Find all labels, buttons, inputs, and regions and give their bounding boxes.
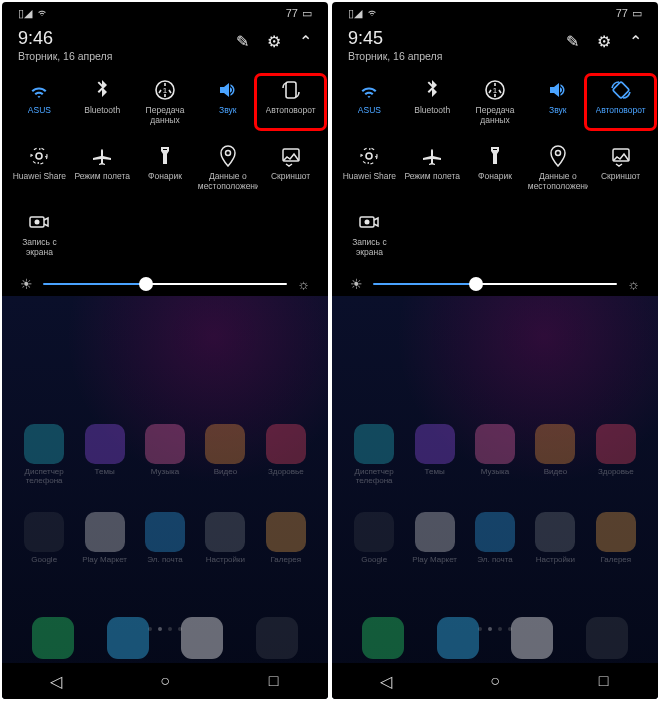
qs-tile-record[interactable]: Запись с экрана (338, 210, 401, 258)
app-icon[interactable]: Настройки (195, 512, 255, 565)
bluetooth-icon (420, 78, 444, 102)
app-icon[interactable]: Play Маркет (404, 512, 464, 565)
qs-tile-flashlight[interactable]: Фонарик (464, 144, 527, 192)
app-icon[interactable]: Google (344, 512, 404, 565)
app-icon[interactable]: Галерея (256, 512, 316, 565)
app-icon[interactable]: Диспетчер телефона (14, 424, 74, 486)
sound-icon (216, 78, 240, 102)
qs-tile-autorotate-on[interactable]: Автоповорот (589, 78, 652, 126)
app-glyph (354, 424, 394, 464)
app-glyph (415, 512, 455, 552)
qs-tile-location[interactable]: Данные о местоположении (196, 144, 259, 192)
qs-tile-label: Запись с экрана (339, 238, 399, 258)
app-icon[interactable]: Эл. почта (135, 512, 195, 565)
qs-tile-flashlight[interactable]: Фонарик (134, 144, 197, 192)
dock-camera[interactable] (256, 617, 298, 659)
app-icon[interactable]: Здоровье (256, 424, 316, 486)
qs-tile-data[interactable]: 1Передача данных (464, 78, 527, 126)
time-block: 9:45Вторник, 16 апреля (348, 28, 442, 62)
app-icon[interactable]: Эл. почта (465, 512, 525, 565)
app-icon[interactable]: Видео (195, 424, 255, 486)
qs-tile-label: ASUS (28, 106, 51, 126)
app-icon[interactable]: Галерея (586, 512, 646, 565)
app-glyph (535, 512, 575, 552)
dock-phone[interactable] (32, 617, 74, 659)
qs-tile-wifi[interactable]: ASUS (338, 78, 401, 126)
app-icon[interactable]: Здоровье (586, 424, 646, 486)
nav-recent-icon[interactable]: □ (588, 672, 620, 690)
brightness-high-icon: ☼ (627, 276, 640, 292)
sound-icon (546, 78, 570, 102)
app-glyph (354, 512, 394, 552)
settings-icon[interactable]: ⚙ (267, 32, 281, 51)
app-icon[interactable]: Google (14, 512, 74, 565)
qs-tile-data[interactable]: 1Передача данных (134, 78, 197, 126)
collapse-icon[interactable]: ⌃ (299, 32, 312, 51)
app-icon[interactable]: Музыка (465, 424, 525, 486)
nav-back-icon[interactable]: ◁ (40, 672, 72, 691)
dock-phone[interactable] (362, 617, 404, 659)
data-icon: 1 (483, 78, 507, 102)
app-icon[interactable]: Видео (525, 424, 585, 486)
flashlight-icon (153, 144, 177, 168)
qs-tile-airplane[interactable]: Режим полета (401, 144, 464, 192)
nav-home-icon[interactable]: ○ (149, 672, 181, 690)
qs-tile-label: Фонарик (148, 172, 182, 192)
qs-tile-record[interactable]: Запись с экрана (8, 210, 71, 258)
app-icon[interactable]: Музыка (135, 424, 195, 486)
app-label: Google (361, 556, 387, 565)
qs-tile-autorotate[interactable]: Автоповорот (259, 78, 322, 126)
qs-tile-label: Данные о местоположении (198, 172, 258, 192)
qs-tile-location[interactable]: Данные о местоположении (526, 144, 589, 192)
app-glyph (205, 424, 245, 464)
qs-tile-sound[interactable]: Звук (526, 78, 589, 126)
app-icon[interactable]: Настройки (525, 512, 585, 565)
nav-back-icon[interactable]: ◁ (370, 672, 402, 691)
svg-text:1: 1 (163, 86, 168, 95)
collapse-icon[interactable]: ⌃ (629, 32, 642, 51)
dock (2, 617, 328, 659)
dock-camera[interactable] (586, 617, 628, 659)
app-icon[interactable]: Темы (404, 424, 464, 486)
app-glyph (85, 512, 125, 552)
app-icon[interactable]: Темы (74, 424, 134, 486)
dock-browser[interactable] (511, 617, 553, 659)
qs-tile-wifi[interactable]: ASUS (8, 78, 71, 126)
settings-icon[interactable]: ⚙ (597, 32, 611, 51)
qs-tile-share[interactable]: Huawei Share (338, 144, 401, 192)
app-label: Музыка (151, 468, 179, 477)
navigation-bar: ◁○□ (2, 663, 328, 699)
brightness-slider[interactable] (43, 283, 287, 285)
signal-icon: ▯◢ (18, 7, 32, 20)
edit-icon[interactable]: ✎ (566, 32, 579, 51)
location-icon (546, 144, 570, 168)
qs-tile-screenshot[interactable]: Скриншот (259, 144, 322, 192)
nav-recent-icon[interactable]: □ (258, 672, 290, 690)
wifi-icon (357, 78, 381, 102)
app-icon[interactable]: Диспетчер телефона (344, 424, 404, 486)
qs-tile-sound[interactable]: Звук (196, 78, 259, 126)
qs-tile-screenshot[interactable]: Скриншот (589, 144, 652, 192)
qs-tile-share[interactable]: Huawei Share (8, 144, 71, 192)
dock-browser[interactable] (181, 617, 223, 659)
app-glyph (24, 512, 64, 552)
app-label: Google (31, 556, 57, 565)
status-bar: ▯◢77▭ (332, 2, 658, 24)
app-label: Темы (95, 468, 115, 477)
status-right: 77▭ (616, 7, 642, 20)
app-glyph (145, 424, 185, 464)
app-label: Play Маркет (412, 556, 457, 565)
qs-tile-bluetooth[interactable]: Bluetooth (71, 78, 134, 126)
app-icon[interactable]: Play Маркет (74, 512, 134, 565)
svg-point-3 (36, 153, 42, 159)
dock-messages[interactable] (107, 617, 149, 659)
edit-icon[interactable]: ✎ (236, 32, 249, 51)
qs-tile-bluetooth[interactable]: Bluetooth (401, 78, 464, 126)
qs-tile-label: Передача данных (135, 106, 195, 126)
nav-home-icon[interactable]: ○ (479, 672, 511, 690)
dock-messages[interactable] (437, 617, 479, 659)
qs-tile-airplane[interactable]: Режим полета (71, 144, 134, 192)
svg-point-4 (31, 148, 47, 164)
app-label: Галерея (270, 556, 301, 565)
brightness-slider[interactable] (373, 283, 617, 285)
